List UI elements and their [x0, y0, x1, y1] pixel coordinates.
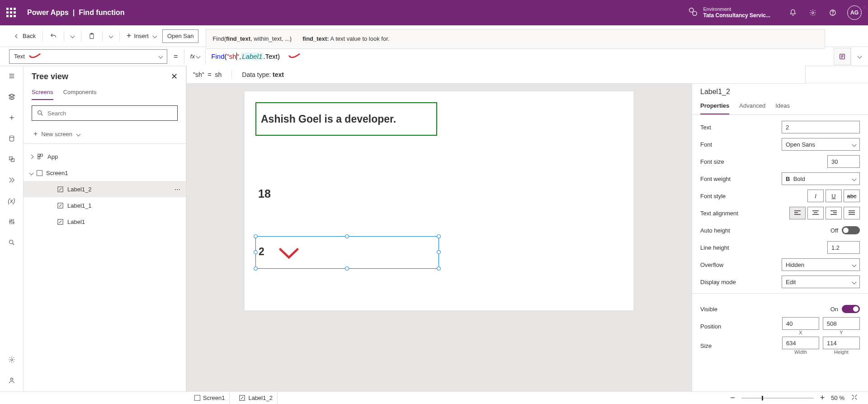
- tree-search-input[interactable]: [47, 110, 173, 117]
- resize-handle[interactable]: [437, 266, 441, 271]
- breadcrumb-screen[interactable]: Screen1: [190, 392, 230, 404]
- screen-icon: [194, 395, 200, 401]
- paste-button[interactable]: [85, 29, 99, 43]
- settings-rail-icon[interactable]: [6, 354, 17, 365]
- prop-input-displaymode[interactable]: Edit: [782, 276, 860, 288]
- prop-label-visible: Visible: [700, 306, 830, 313]
- environment-picker[interactable]: Environment Tata Consultancy Servic...: [688, 6, 771, 19]
- autoheight-toggle[interactable]: [842, 226, 860, 234]
- insert-button[interactable]: +Insert: [123, 29, 160, 43]
- canvas-label1-1[interactable]: 18: [258, 187, 271, 200]
- tab-components[interactable]: Components: [63, 86, 97, 100]
- resize-handle[interactable]: [437, 234, 441, 238]
- search-rail-icon[interactable]: [6, 237, 17, 248]
- undo-menu[interactable]: [67, 29, 78, 43]
- tree-view-icon[interactable]: [6, 91, 17, 102]
- data-icon[interactable]: [6, 133, 17, 144]
- prop-input-text[interactable]: 2: [782, 121, 860, 133]
- prop-label-position: Position: [700, 323, 782, 330]
- italic-button[interactable]: I: [807, 190, 824, 202]
- formula-bar-row: Text = fx Find(find_text, within_text, .…: [0, 47, 868, 66]
- back-button[interactable]: Back: [9, 29, 39, 43]
- canvas-label1-2-selection[interactable]: 2: [255, 236, 439, 269]
- strike-button[interactable]: abc: [844, 190, 860, 202]
- prop-input-y[interactable]: 508: [823, 317, 860, 330]
- hamburger-icon[interactable]: [6, 71, 17, 81]
- align-justify-button[interactable]: [844, 207, 860, 219]
- insert-rail-icon[interactable]: [6, 112, 17, 123]
- align-right-button[interactable]: [826, 207, 842, 219]
- prop-input-x[interactable]: 40: [782, 317, 819, 330]
- tree-item-app[interactable]: App: [24, 148, 186, 165]
- prop-input-width[interactable]: 634: [782, 337, 819, 349]
- app-launcher-icon[interactable]: [6, 8, 16, 18]
- resize-handle[interactable]: [254, 266, 258, 271]
- prop-input-fontweight[interactable]: B Bold: [782, 172, 860, 185]
- advanced-tools-icon[interactable]: [6, 216, 17, 227]
- resize-handle[interactable]: [345, 234, 349, 238]
- props-tab-advanced[interactable]: Advanced: [739, 99, 765, 114]
- environment-icon: [688, 7, 698, 18]
- prop-input-font[interactable]: Open Sans: [782, 138, 860, 151]
- zoom-in-button[interactable]: +: [820, 393, 825, 403]
- prop-label-autoheight: Auto height: [700, 227, 830, 234]
- tab-screens[interactable]: Screens: [32, 86, 53, 100]
- close-tree-button[interactable]: ✕: [171, 71, 178, 81]
- prop-label-overflow: Overflow: [700, 261, 782, 268]
- visible-toggle[interactable]: [842, 305, 860, 313]
- prop-input-overflow[interactable]: Hidden: [782, 258, 860, 271]
- app-title: Power Apps | Find function: [27, 9, 124, 17]
- app-header: Power Apps | Find function Environment T…: [0, 0, 868, 25]
- more-icon[interactable]: ⋯: [175, 186, 181, 193]
- new-screen-button[interactable]: +New screen: [24, 126, 186, 142]
- property-selector[interactable]: Text: [9, 49, 167, 64]
- font-selector[interactable]: Open San: [162, 29, 199, 43]
- virtual-agent-icon[interactable]: [6, 375, 17, 386]
- media-icon[interactable]: [6, 154, 17, 165]
- align-center-button[interactable]: [807, 207, 824, 219]
- align-left-button[interactable]: [789, 207, 806, 219]
- resize-handle[interactable]: [254, 250, 258, 254]
- breadcrumb-control[interactable]: Label1_2: [234, 392, 278, 404]
- prop-label-font: Font: [700, 141, 782, 148]
- zoom-value: 50 %: [831, 394, 844, 401]
- tree-item-label1[interactable]: Label1: [24, 214, 186, 230]
- zoom-slider[interactable]: [741, 398, 814, 399]
- prop-input-height[interactable]: 114: [823, 337, 860, 349]
- prop-label-fontsize: Font size: [700, 158, 827, 165]
- properties-panel: › Label1_2 Properties Advanced Ideas Tex…: [692, 66, 868, 391]
- undo-button[interactable]: [46, 29, 61, 43]
- canvas-label1[interactable]: Ashish Goel is a developer.: [255, 102, 437, 136]
- tree-item-label1-2[interactable]: Label1_2⋯: [24, 181, 186, 197]
- tree-item-label1-1[interactable]: Label1_1: [24, 197, 186, 214]
- format-text-button[interactable]: [834, 48, 851, 65]
- intellisense-signature: Find(find_text, within_text, ...): [212, 35, 292, 42]
- power-automate-icon[interactable]: [6, 175, 17, 185]
- resize-handle[interactable]: [254, 234, 258, 238]
- props-tab-properties[interactable]: Properties: [700, 99, 729, 114]
- tree-search[interactable]: [32, 105, 178, 121]
- variables-icon[interactable]: (x): [6, 195, 17, 206]
- prop-input-fontsize[interactable]: 30: [827, 155, 860, 168]
- paste-menu[interactable]: [106, 29, 116, 43]
- notifications-button[interactable]: [785, 5, 801, 21]
- prop-input-lineheight[interactable]: 1.2: [827, 241, 860, 254]
- formula-input[interactable]: Find("sh", Label1.Text): [206, 49, 834, 64]
- fx-button[interactable]: fx: [184, 49, 206, 64]
- resize-handle[interactable]: [437, 250, 441, 254]
- svg-rect-18: [38, 154, 40, 157]
- app-screen[interactable]: Ashish Goel is a developer. 18 2: [245, 91, 633, 310]
- tree-item-screen1[interactable]: Screen1: [24, 165, 186, 181]
- svg-rect-19: [41, 154, 43, 157]
- underline-button[interactable]: U: [826, 190, 842, 202]
- settings-button[interactable]: [805, 5, 821, 21]
- canvas-area[interactable]: "sh" = sh Data type: text Ashish Goel is…: [186, 66, 692, 391]
- props-tab-ideas[interactable]: Ideas: [775, 99, 790, 114]
- resize-handle[interactable]: [345, 266, 349, 271]
- user-avatar[interactable]: AG: [847, 5, 862, 20]
- zoom-out-button[interactable]: −: [730, 393, 735, 403]
- expand-formula-button[interactable]: [851, 47, 868, 66]
- prop-label-size: Size: [700, 342, 782, 349]
- help-button[interactable]: [825, 5, 841, 21]
- fit-to-window-button[interactable]: [851, 394, 858, 402]
